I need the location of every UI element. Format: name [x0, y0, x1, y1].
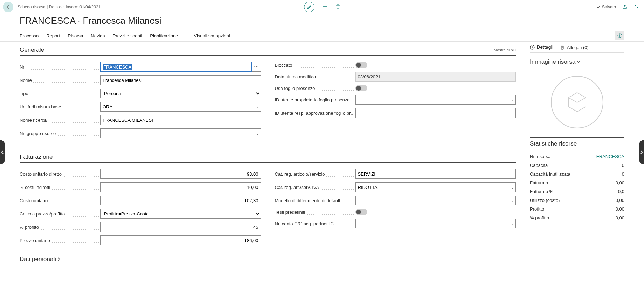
stat-cap-inut-value: 0: [622, 171, 624, 177]
back-button[interactable]: [3, 2, 13, 12]
costo-unit-input[interactable]: [100, 196, 261, 205]
profitto-input[interactable]: [100, 222, 261, 232]
label-conto: Nr. conto C/G acq. partner IC: [275, 221, 355, 226]
arrow-left-icon: [5, 4, 11, 10]
label-profitto: % profitto: [20, 225, 100, 230]
chevron-right-icon: [640, 150, 643, 154]
stat-profitto-pct-label: % profitto: [530, 215, 549, 220]
cube-icon: [565, 90, 589, 114]
um-input[interactable]: [100, 102, 261, 112]
prezzo-input[interactable]: [100, 235, 261, 245]
new-button[interactable]: [322, 4, 328, 10]
stat-nr-label: Nr. risorsa: [530, 154, 550, 159]
stat-utilizzo-label: Utilizzo (costo): [530, 198, 560, 203]
section-dati-personali-header[interactable]: Dati personali: [20, 245, 516, 265]
tipo-select[interactable]: Persona: [100, 89, 261, 98]
stat-capacita-label: Capacità: [530, 163, 548, 168]
nav-report[interactable]: Report: [46, 33, 60, 38]
image-placeholder[interactable]: [551, 76, 603, 128]
action-bar: Processo Report Risorsa Naviga Prezzi e …: [0, 30, 644, 42]
info-button[interactable]: [615, 31, 624, 40]
stat-profitto-value: 0,00: [616, 206, 624, 212]
stat-fatturato-pct-label: Fatturato %: [530, 189, 553, 194]
stat-profitto-pct-value: 0,00: [616, 215, 624, 220]
nav-processo[interactable]: Processo: [20, 33, 39, 38]
label-nr: Nr.: [20, 64, 100, 70]
chevron-right-icon: [57, 257, 61, 261]
trash-icon: [335, 4, 340, 9]
label-cat-iva: Cat. reg. art./serv. IVA: [275, 185, 355, 190]
nav-prezzi[interactable]: Prezzi e sconti: [113, 33, 143, 38]
nav-risorsa[interactable]: Risorsa: [68, 33, 83, 38]
label-um: Unità di misura base: [20, 104, 100, 109]
attachment-icon: [561, 45, 565, 50]
chevron-left-icon: [1, 150, 4, 154]
label-testi: Testi predefiniti: [275, 210, 355, 215]
label-calc: Calcola prezzo/profitto: [20, 211, 100, 217]
label-costo-diretto: Costo unitario diretto: [20, 171, 100, 177]
label-tipo: Tipo: [20, 91, 100, 96]
show-more-button[interactable]: Mostra di più: [494, 48, 516, 52]
info-icon: [617, 33, 622, 38]
plus-icon: [322, 4, 328, 9]
testi-toggle[interactable]: [355, 209, 367, 215]
costo-diretto-input[interactable]: [100, 169, 261, 179]
share-icon: [622, 4, 628, 9]
edit-button[interactable]: [304, 2, 314, 12]
stat-fatturato-value: 0,00: [616, 180, 624, 185]
svg-point-1: [619, 34, 620, 35]
data-mod-value: 03/06/2021: [355, 72, 516, 82]
svg-point-3: [532, 46, 533, 47]
collapse-button[interactable]: [634, 4, 639, 10]
immagine-title[interactable]: Immagine risorsa: [530, 53, 624, 67]
nav-naviga[interactable]: Naviga: [91, 33, 105, 38]
id-resp-input[interactable]: [355, 108, 516, 118]
edge-nav-right[interactable]: [639, 140, 644, 164]
conto-input[interactable]: [355, 219, 516, 228]
nr-lookup-button[interactable]: ⋯: [252, 62, 261, 72]
label-prezzo: Prezzo unitario: [20, 238, 100, 243]
chevron-down-icon: [577, 60, 580, 64]
label-foglio: Usa foglio presenze: [275, 86, 355, 91]
tab-dettagli[interactable]: Dettagli: [530, 44, 554, 52]
saved-indicator: Salvato: [596, 5, 616, 9]
nav-pianificazione[interactable]: Pianificazione: [150, 33, 178, 38]
share-button[interactable]: [622, 4, 628, 10]
nr-input[interactable]: FRANCESCA: [100, 62, 252, 72]
label-cat-serv: Cat. reg. articolo/servizio: [275, 171, 355, 177]
stat-utilizzo-value: 0,00: [616, 198, 624, 203]
foglio-toggle[interactable]: [355, 85, 367, 91]
label-diff: Modello di differimento di default: [275, 198, 355, 203]
label-bloccato: Bloccato: [275, 63, 355, 68]
page-title: FRANCESCA · Francesca Milanesi: [0, 14, 644, 30]
label-data-mod: Data ultima modifica: [275, 74, 355, 79]
edge-nav-left[interactable]: [0, 140, 5, 164]
tab-allegati[interactable]: Allegati (0): [561, 44, 589, 52]
nav-visualizza[interactable]: Visualizza opzioni: [194, 33, 230, 38]
stat-profitto-label: Profitto: [530, 206, 544, 212]
id-prop-input[interactable]: [355, 95, 516, 105]
costi-ind-input[interactable]: [100, 182, 261, 192]
label-nome: Nome: [20, 78, 100, 83]
nome-ricerca-input[interactable]: [100, 115, 261, 125]
stat-cap-inut-label: Capacità inutilizzata: [530, 171, 570, 177]
label-id-resp: ID utente resp. approvazione foglio pr..…: [275, 111, 355, 116]
cat-iva-input[interactable]: [355, 182, 516, 192]
cat-serv-input[interactable]: [355, 169, 516, 179]
section-generale-title: Generale: [20, 47, 44, 54]
label-costi-ind: % costi indiretti: [20, 185, 100, 190]
gruppo-input[interactable]: [100, 128, 261, 138]
bloccato-toggle[interactable]: [355, 62, 367, 68]
stat-fatturato-label: Fatturato: [530, 180, 548, 185]
label-gruppo: Nr. gruppo risorse: [20, 131, 100, 136]
diff-input[interactable]: [355, 196, 516, 205]
section-fatturazione-title: Fatturazione: [20, 154, 53, 161]
stat-nr-value[interactable]: FRANCESCA: [596, 154, 624, 159]
stat-title: Statistiche risorse: [530, 140, 624, 152]
nav-separator: [186, 33, 186, 39]
delete-button[interactable]: [335, 4, 340, 10]
section-generale-header: Generale Mostra di più: [20, 42, 516, 56]
label-nome-ricerca: Nome ricerca: [20, 118, 100, 123]
nome-input[interactable]: [100, 75, 261, 85]
calc-select[interactable]: Profitto=Prezzo-Costo: [100, 209, 261, 219]
